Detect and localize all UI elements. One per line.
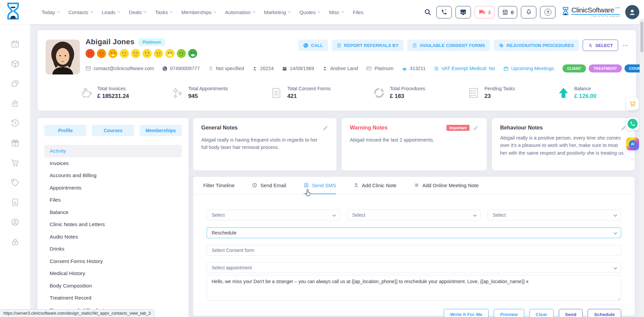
menu-item-clinic-notes[interactable]: Clinic Notes and Letters xyxy=(44,218,182,231)
inbox-button[interactable] xyxy=(455,6,471,18)
report-referrals-button[interactable]: REPORT REFERRALS BY xyxy=(332,40,404,51)
person-outline-icon xyxy=(208,66,213,71)
nav-quotes[interactable]: Quotes xyxy=(300,9,320,15)
price-tag-icon[interactable] xyxy=(11,178,19,187)
user-avatar[interactable] xyxy=(625,5,639,19)
edit-icon[interactable] xyxy=(473,125,479,131)
mood-emoji-7[interactable] xyxy=(154,49,163,58)
tab-courses[interactable]: Courses xyxy=(92,125,134,136)
call-button[interactable]: CALL xyxy=(298,40,328,51)
cart-icon[interactable] xyxy=(11,158,19,167)
package-icon[interactable] xyxy=(11,59,19,68)
nav-tasks[interactable]: Tasks xyxy=(155,9,172,15)
menu-item-appointments[interactable]: Appointments xyxy=(44,182,182,194)
tab-add-online-meeting-note[interactable]: Add Online Meeting Note xyxy=(414,177,479,194)
mood-emoji-9[interactable] xyxy=(177,49,186,58)
select-button[interactable]: SELECT xyxy=(583,40,618,51)
brand-logo[interactable]: ClinicSoftware .com TEN STEPS AHEAD xyxy=(562,6,620,18)
vat-exempt-link[interactable]: VAT Exempt Medical: No xyxy=(434,66,495,71)
nav-label: Misc xyxy=(329,9,339,15)
nav-marketing[interactable]: Marketing xyxy=(264,9,290,15)
checklist-icon xyxy=(468,87,480,99)
nav-contacts[interactable]: Contacts xyxy=(68,9,93,15)
sms-select-2[interactable]: Select xyxy=(347,210,481,220)
write-it-for-me-button[interactable]: Write It For Me xyxy=(444,309,489,317)
upcoming-meetings-link[interactable]: Upcoming Meetings xyxy=(503,66,554,71)
tab-send-email[interactable]: Send Email xyxy=(252,177,286,194)
more-actions-button[interactable]: ••• xyxy=(623,43,629,47)
floating-cart-button[interactable] xyxy=(626,97,639,110)
menu-item-treatment-record[interactable]: Treatment Record xyxy=(44,292,182,304)
chevron-down-icon xyxy=(318,10,320,13)
tab-profile[interactable]: Profile xyxy=(44,125,87,136)
help-button[interactable]: ? xyxy=(540,6,555,18)
floating-phone-button[interactable] xyxy=(626,117,639,130)
floating-ai-button[interactable]: AI xyxy=(626,138,639,150)
notifications-button[interactable] xyxy=(521,6,536,18)
nav-files[interactable]: Files xyxy=(353,9,364,15)
scrollbar-track[interactable] xyxy=(640,19,644,317)
history-icon[interactable] xyxy=(11,119,19,127)
menu-item-files[interactable]: Files xyxy=(44,194,182,206)
mood-emoji-4[interactable] xyxy=(120,49,129,58)
scrollbar-thumb[interactable] xyxy=(640,21,643,52)
nav-leads[interactable]: Leads xyxy=(102,9,120,15)
nav-misc[interactable]: Misc xyxy=(329,9,344,15)
menu-item-consent-forms-history[interactable]: Consent Forms History xyxy=(44,255,182,268)
report-icon[interactable] xyxy=(11,198,19,207)
inbox-icon xyxy=(460,9,467,15)
tab-memberships[interactable]: Memberships xyxy=(140,125,182,136)
menu-item-body-composition[interactable]: Body Composition xyxy=(44,280,182,292)
mood-emoji-10[interactable] xyxy=(188,49,197,58)
sms-select-1[interactable]: Select xyxy=(207,210,340,220)
consent-form-select[interactable]: Select Consent form xyxy=(207,245,621,256)
chevron-down-icon xyxy=(614,231,617,234)
dialer-button[interactable] xyxy=(436,6,452,18)
nav-deals[interactable]: Deals xyxy=(129,9,146,15)
gift-icon[interactable] xyxy=(11,139,19,147)
nav-today[interactable]: Today xyxy=(42,9,59,15)
menu-item-balance[interactable]: Balance xyxy=(44,206,182,219)
rejuvenation-procedures-button[interactable]: REJUVENATION PROCEDURES xyxy=(494,40,579,51)
menu-item-drinks[interactable]: Drinks xyxy=(44,243,182,255)
nav-automation[interactable]: Automation xyxy=(225,9,255,15)
clear-button[interactable]: Clear xyxy=(529,309,554,317)
mood-emoji-3[interactable] xyxy=(108,49,117,58)
clinicsoftware-logo[interactable] xyxy=(5,2,21,21)
menu-item-audio-notes[interactable]: Audio Notes xyxy=(44,231,182,243)
lock-icon[interactable] xyxy=(11,237,19,246)
edit-icon[interactable] xyxy=(323,125,328,131)
schedule-button[interactable]: Schedule xyxy=(588,309,621,317)
sms-select-3[interactable]: Select xyxy=(488,210,621,220)
chevron-down-icon xyxy=(614,266,617,269)
shopping-bag-icon[interactable] xyxy=(11,99,19,108)
mood-emoji-2[interactable] xyxy=(97,49,106,58)
search-icon[interactable] xyxy=(424,8,431,16)
preview-button[interactable]: Preview xyxy=(494,309,524,317)
chat-button[interactable]: 3 xyxy=(475,6,494,18)
patient-id: 20224 xyxy=(252,66,273,71)
mood-emoji-5[interactable] xyxy=(131,49,140,58)
menu-item-activity[interactable]: Activity xyxy=(44,145,182,157)
tab-add-clinic-note[interactable]: Add Clinic Note xyxy=(354,177,396,194)
mood-emoji-1[interactable] xyxy=(86,49,95,58)
sms-template-select[interactable]: Reschedule xyxy=(207,227,621,238)
menu-item-accounts-billing[interactable]: Accounts and Billing xyxy=(44,169,182,182)
sms-message-textarea[interactable]: Hello, we miss you! Don't be a stranger … xyxy=(207,275,621,301)
brand-tagline: TEN STEPS AHEAD xyxy=(571,15,620,18)
available-consent-forms-button[interactable]: AVAILABLE CONSENT FORMS xyxy=(407,40,490,51)
mood-emoji-6[interactable] xyxy=(143,49,152,58)
copy-icon[interactable] xyxy=(11,79,19,88)
nav-memberships[interactable]: Memberships xyxy=(181,9,216,15)
mood-emoji-8[interactable] xyxy=(165,49,174,58)
nav-label: Contacts xyxy=(68,9,88,15)
send-button[interactable]: Send xyxy=(559,309,583,317)
edit-icon[interactable] xyxy=(621,125,627,131)
tab-filter-timeline[interactable]: Filter Timeline xyxy=(203,177,234,194)
calendar-icon[interactable]: 12 xyxy=(11,40,19,48)
menu-item-invoices[interactable]: Invoices xyxy=(44,157,182,170)
shop-button[interactable]: 0 xyxy=(498,6,517,18)
menu-item-medical-history[interactable]: Medical History xyxy=(44,267,182,280)
appointment-select[interactable]: Select appointment xyxy=(207,262,621,273)
account-icon[interactable] xyxy=(11,218,19,226)
